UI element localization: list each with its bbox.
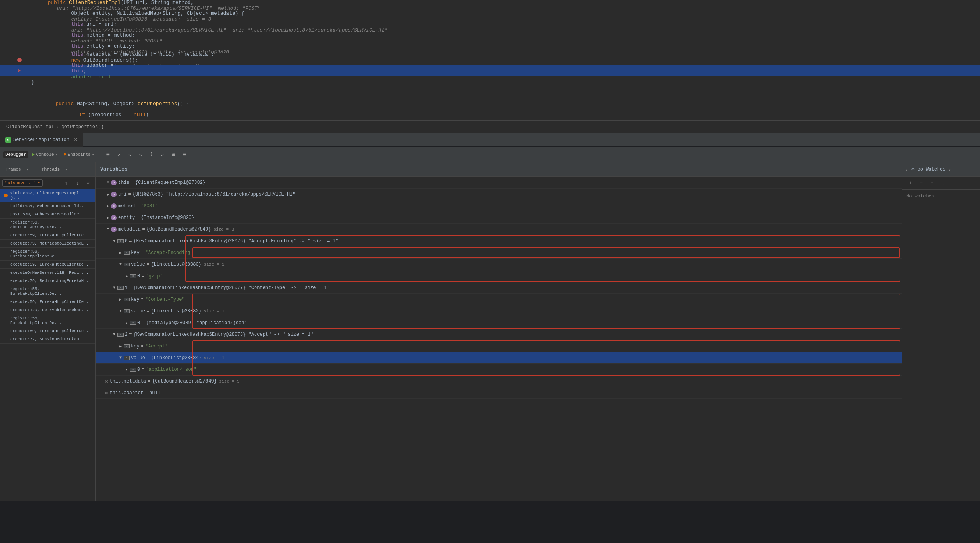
frame-item-15[interactable]: execute:77, SessionedEurekaHt... [0,335,95,344]
frame-item-14[interactable]: execute:59, EurekaHttpClientDe... [0,327,95,335]
toolbar-btn-more[interactable]: ≡ [180,150,189,159]
frame-dot-empty [4,279,8,283]
var-icon: p [111,203,117,209]
var-toggle[interactable]: ▼ [117,308,124,314]
var-row-0-mediatype[interactable]: ▶ ≡ 0 = {MediaType@28089} "application/j… [96,317,902,329]
frame-item-7[interactable]: execute:59, EurekaHttpClientDe... [0,261,95,269]
var-equals: = [141,250,144,256]
toolbar-btn-resume[interactable]: ≡ [103,150,113,159]
console-tab[interactable]: ▶ Console ▾ [30,151,60,158]
toolbar-btn-step-over[interactable]: ↗ [114,150,124,159]
var-name: value [131,262,145,267]
var-toggle[interactable]: ▶ [105,215,111,221]
var-row-key-accept-encoding[interactable]: ▶ ≡ key = "Accept-Encoding" [96,247,902,259]
var-name: value [131,309,145,314]
frame-label: register:56, EurekaHttpClientDe... [10,287,91,296]
var-toggle[interactable]: ▼ [105,180,111,186]
toolbar-btn-evaluate[interactable]: ↙ [158,150,167,159]
frame-item-3[interactable]: register:56, AbstractJerseyEure... [0,219,95,231]
toolbar-btn-step-out[interactable]: ↖ [136,150,145,159]
var-toggle[interactable]: ▶ [124,320,130,326]
frame-item-8[interactable]: executeOnNewServer:118, Redir... [0,269,95,277]
toolbar-btn-step-into[interactable]: ↘ [125,150,134,159]
frame-item-13[interactable]: register:56, EurekaHttpClientDe... [0,314,95,327]
var-value: {InstanceInfo@9826} [141,215,194,220]
threads-tab[interactable]: Threads [39,166,62,173]
var-toggle[interactable]: ▶ [117,296,124,303]
var-toggle[interactable]: ▶ [105,191,111,197]
var-toggle[interactable]: ▼ [117,355,124,361]
breadcrumb-item-2[interactable]: getProperties() [62,124,104,130]
var-row-uri[interactable]: ▶ p uri = {URI@27863} "http://localhost:… [96,189,902,200]
debugger-tab[interactable]: Debugger [3,151,28,158]
var-row-0-appjson[interactable]: ▶ ≡ 0 = "application/json" [96,364,902,376]
thread-dropdown[interactable]: "Discove..." ▾ [2,179,43,187]
var-row-metadata[interactable]: ▼ p metadata = {OutBoundHeaders@27849} s… [96,224,902,235]
var-row-value-linkedlist-28082[interactable]: ▼ ≡ value = {LinkedList@28082} size = 1 [96,305,902,317]
tab-close-button[interactable]: × [74,137,77,143]
var-toggle[interactable]: ▶ [124,273,130,279]
var-equals: = [142,227,145,232]
var-row-value-linkedlist-28080[interactable]: ▼ ≡ value = {LinkedList@28080} size = 1 [96,259,902,270]
watches-down-btn[interactable]: ↓ [938,178,948,188]
var-value: {LinkedList@28082} [151,309,202,314]
frame-item-2[interactable]: post:570, WebResource$Builde... [0,210,95,219]
watches-remove-btn[interactable]: − [916,178,926,188]
sort-up-btn[interactable]: ↑ [62,178,71,188]
var-row-key-accept[interactable]: ▶ ≡ key = "Accept" [96,340,902,352]
tab-label: ServiceHiApplication [13,137,69,143]
watches-add-btn[interactable]: + [906,178,915,188]
var-row-1-content-type-entry[interactable]: ▼ ≡ 1 = {KeyComparatorLinkedHashMap$Entr… [96,282,902,294]
tab-bar: S ServiceHiApplication × [0,133,980,147]
var-row-0-entry[interactable]: ▼ ≡ 0 = {KeyComparatorLinkedHashMap$Entr… [96,235,902,247]
var-toggle[interactable]: ▼ [111,238,117,244]
var-toggle[interactable]: ▶ [105,203,111,209]
var-name: 0 [125,238,127,244]
watches-title: oo Watches [917,167,945,172]
toolbar-btn-grid[interactable]: ⊞ [169,150,178,159]
frame-item-11[interactable]: execute:59, EurekaHttpClientDe... [0,298,95,306]
frame-item-6[interactable]: register:56, EurekaHttpClientDe... [0,248,95,261]
var-row-2-accept-entry[interactable]: ▼ ≡ 2 = {KeyComparatorLinkedHashMap$Entr… [96,329,902,340]
var-name: value [131,355,145,361]
frame-item-1[interactable]: build:484, WebResource$Build... [0,202,95,210]
var-row-this-adapter[interactable]: ∞ this.adapter = null [96,387,902,399]
frame-item-9[interactable]: execute:79, RedirectingEurekaH... [0,277,95,285]
tab-servicehiapplication[interactable]: S ServiceHiApplication × [0,133,83,147]
var-row-key-content-type[interactable]: ▶ ≡ key = "Content-Type" [96,294,902,305]
frame-item-10[interactable]: register:56, EurekaHttpClientDe... [0,285,95,298]
endpoints-tab[interactable]: ⚑ Endpoints ▾ [62,151,97,158]
sort-down-btn[interactable]: ↓ [73,178,82,188]
toolbar-btn-run-to-cursor[interactable]: ⤴ [147,150,156,159]
var-toggle[interactable]: ▶ [124,367,130,373]
var-row-method[interactable]: ▶ p method = "POST" [96,200,902,212]
var-toggle[interactable]: ▼ [111,331,117,338]
variables-panel: Variables ▼ p this = {ClientRequestImpl@… [96,162,902,501]
var-toggle[interactable]: ▶ [117,343,124,349]
var-toggle[interactable]: ▼ [111,285,117,291]
var-name: this.adapter [110,390,143,396]
watches-up-btn[interactable]: ↑ [927,178,937,188]
var-row-this[interactable]: ▼ p this = {ClientRequestImpl@27882} [96,177,902,189]
frames-tab[interactable]: Frames [3,166,23,173]
var-toggle[interactable]: ▼ [105,226,111,233]
var-row-0-gzip[interactable]: ▶ ≡ 0 = "gzip" [96,270,902,282]
threads-arrow[interactable]: ▾ [65,167,67,172]
var-toggle[interactable]: ▼ [117,261,124,268]
var-row-this-metadata[interactable]: ∞ this.metadata = {OutBoundHeaders@27849… [96,376,902,387]
frame-item-12[interactable]: execute:120, RetryableEurekaH... [0,306,95,314]
frame-item-0[interactable]: <init>:82, ClientRequestImpl (c... [0,189,95,202]
var-icon: p [111,215,117,220]
infinity-icon: ∞ [105,378,108,384]
frame-label: execute:120, RetryableEurekaH... [10,308,89,312]
var-toggle[interactable]: ▶ [117,250,124,256]
frame-item-5[interactable]: execute:73, MetricsCollectingE... [0,240,95,248]
watches-collapse-icon[interactable]: ↙ [906,166,908,172]
var-meta: size = 1 [204,356,225,360]
frames-arrow[interactable]: ▾ [27,167,29,172]
filter-btn[interactable]: ▽ [83,178,93,188]
breadcrumb-item-1[interactable]: ClientRequestImpl [6,124,54,130]
var-row-value-linkedlist-28084[interactable]: ▼ ≡ value = {LinkedList@28084} size = 1 [96,352,902,364]
frame-item-4[interactable]: execute:59, EurekaHttpClientDe... [0,231,95,240]
var-row-entity[interactable]: ▶ p entity = {InstanceInfo@9826} [96,212,902,224]
